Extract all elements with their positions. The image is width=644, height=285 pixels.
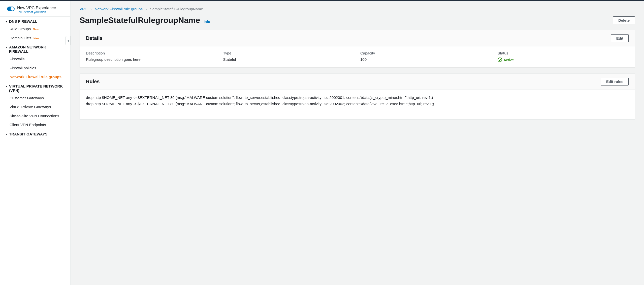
nav-item-rule-groups[interactable]: Rule Groups New bbox=[0, 24, 70, 34]
detail-capacity: Capacity 100 bbox=[360, 51, 492, 63]
nav-section-title: DNS FIREWALL bbox=[9, 19, 38, 23]
delete-button[interactable]: Delete bbox=[613, 16, 635, 24]
rules-panel: Rules Edit rules drop http $HOME_NET any… bbox=[80, 73, 635, 120]
nav-section-network-firewall[interactable]: ▼ AMAZON NETWORK FIREWALL bbox=[0, 42, 70, 54]
nav-section-title: AMAZON NETWORK FIREWALL bbox=[9, 45, 65, 53]
chevron-right-icon: › bbox=[146, 7, 147, 11]
status-text: Active bbox=[504, 57, 514, 63]
info-link[interactable]: Info bbox=[204, 20, 210, 24]
details-title: Details bbox=[86, 35, 103, 41]
detail-label: Description bbox=[86, 51, 217, 55]
nav-item-label: Firewall policies bbox=[10, 66, 36, 70]
nav-section-title: VIRTUAL PRIVATE NETWORK (VPN) bbox=[9, 84, 65, 93]
nav-item-customer-gateways[interactable]: Customer Gateways bbox=[0, 94, 70, 103]
caret-down-icon: ▼ bbox=[5, 46, 8, 49]
detail-value: Stateful bbox=[223, 57, 355, 62]
detail-type: Type Stateful bbox=[223, 51, 355, 63]
nav-item-label: Firewalls bbox=[10, 57, 24, 61]
sidebar: New VPC Experience Tell us what you thin… bbox=[0, 1, 71, 285]
nav-item-network-firewall-rule-groups[interactable]: Network Firewall rule groups bbox=[0, 72, 70, 81]
details-panel-header: Details Edit bbox=[80, 30, 635, 46]
sidebar-collapse-handle[interactable]: ◀ bbox=[66, 36, 71, 45]
caret-down-icon: ▼ bbox=[5, 133, 8, 136]
nav-item-label: Customer Gateways bbox=[10, 96, 44, 100]
detail-description: Description Rulegroup description goes h… bbox=[86, 51, 217, 63]
nav-section-transit-gateways[interactable]: ▼ TRANSIT GATEWAYS bbox=[0, 129, 70, 137]
nav-item-firewall-policies[interactable]: Firewall policies bbox=[0, 64, 70, 73]
nav-item-firewalls[interactable]: Firewalls bbox=[0, 54, 70, 64]
nav-item-label: Site-to-Site VPN Connections bbox=[10, 114, 59, 118]
rules-content: drop http $HOME_NET any -> $EXTERNAL_NET… bbox=[86, 94, 629, 115]
vpc-experience-title: New VPC Experience bbox=[17, 6, 56, 10]
breadcrumb-vpc[interactable]: VPC bbox=[80, 7, 87, 11]
rules-panel-header: Rules Edit rules bbox=[80, 74, 635, 90]
page-header: SampleStatefulRulegroupName Info Delete bbox=[80, 16, 635, 25]
nav-item-label: Domain Lists bbox=[10, 36, 31, 40]
edit-details-button[interactable]: Edit bbox=[611, 34, 629, 42]
nav-item-site-to-site-vpn[interactable]: Site-to-Site VPN Connections bbox=[0, 111, 70, 121]
detail-value: Rulegroup description goes here bbox=[86, 57, 217, 62]
detail-label: Capacity bbox=[360, 51, 492, 55]
details-panel: Details Edit Description Rulegroup descr… bbox=[80, 30, 635, 67]
main-content: VPC › Network Firewall rule groups › Sam… bbox=[71, 1, 644, 285]
detail-label: Status bbox=[498, 51, 629, 55]
breadcrumb: VPC › Network Firewall rule groups › Sam… bbox=[80, 7, 635, 11]
breadcrumb-current: SampleStatefulRulegroupName bbox=[150, 7, 203, 11]
new-badge: New bbox=[33, 28, 39, 31]
vpc-experience-feedback-link[interactable]: Tell us what you think bbox=[17, 10, 56, 14]
detail-label: Type bbox=[223, 51, 355, 55]
new-badge: New bbox=[34, 37, 39, 40]
detail-value: 100 bbox=[360, 57, 492, 62]
caret-down-icon: ▼ bbox=[5, 85, 8, 88]
chevron-right-icon: › bbox=[90, 7, 92, 11]
nav-section-dns-firewall[interactable]: ▼ DNS FIREWALL bbox=[0, 17, 70, 24]
nav-item-label: Client VPN Endpoints bbox=[10, 123, 46, 127]
vpc-experience-banner: New VPC Experience Tell us what you thin… bbox=[0, 4, 70, 17]
rules-title: Rules bbox=[86, 79, 100, 84]
breadcrumb-rule-groups[interactable]: Network Firewall rule groups bbox=[95, 7, 143, 11]
nav-item-label: Rule Groups bbox=[10, 27, 31, 31]
vpc-experience-toggle[interactable] bbox=[7, 7, 15, 11]
nav-item-virtual-private-gateways[interactable]: Virtual Private Gateways bbox=[0, 102, 70, 111]
detail-status: Status Active bbox=[498, 51, 629, 63]
nav-item-domain-lists[interactable]: Domain Lists New bbox=[0, 34, 70, 43]
status-badge: Active bbox=[498, 57, 514, 63]
nav-item-client-vpn-endpoints[interactable]: Client VPN Endpoints bbox=[0, 120, 70, 129]
edit-rules-button[interactable]: Edit rules bbox=[601, 78, 629, 86]
nav-item-label: Network Firewall rule groups bbox=[10, 75, 61, 79]
chevron-left-icon: ◀ bbox=[67, 39, 69, 42]
check-circle-icon bbox=[498, 58, 502, 62]
nav-item-label: Virtual Private Gateways bbox=[10, 105, 51, 109]
nav-section-title: TRANSIT GATEWAYS bbox=[9, 132, 48, 136]
caret-down-icon: ▼ bbox=[5, 20, 8, 23]
nav-section-vpn[interactable]: ▼ VIRTUAL PRIVATE NETWORK (VPN) bbox=[0, 81, 70, 94]
page-title: SampleStatefulRulegroupName bbox=[80, 16, 200, 25]
